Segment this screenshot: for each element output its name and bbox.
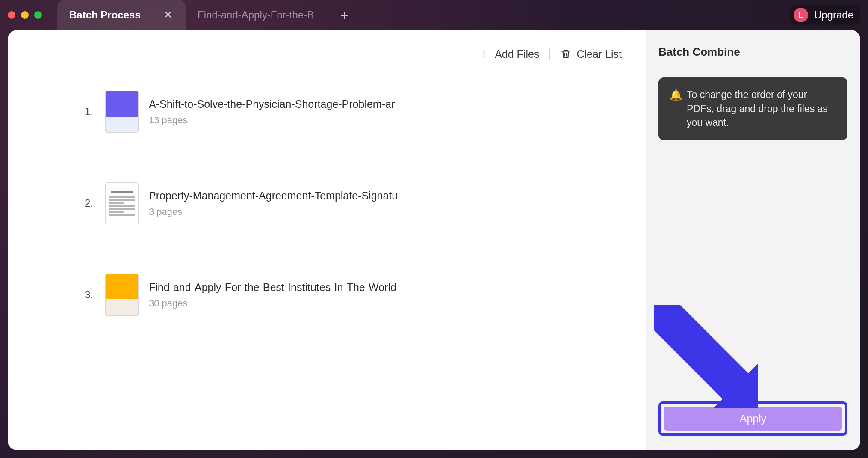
tip-text: To change the order of your PDFs, drag a…	[687, 88, 836, 130]
file-thumbnail	[105, 182, 139, 224]
add-files-label: Add Files	[495, 48, 539, 60]
tab-label: Batch Process	[69, 9, 156, 21]
tab-find-and-apply[interactable]: Find-and-Apply-For-the-B	[186, 0, 326, 30]
apply-highlight: Apply	[658, 401, 847, 436]
file-index: 3.	[74, 289, 93, 301]
file-name: A-Shift-to-Solve-the-Physician-Shortage-…	[149, 98, 395, 110]
tip-box: 🔔 To change the order of your PDFs, drag…	[658, 77, 847, 140]
file-pages: 30 pages	[149, 298, 396, 309]
file-pages: 3 pages	[149, 206, 398, 217]
file-info: A-Shift-to-Solve-the-Physician-Shortage-…	[149, 98, 395, 126]
clear-list-button[interactable]: Clear List	[560, 48, 622, 60]
upgrade-label: Upgrade	[814, 9, 853, 21]
file-info: Find-and-Apply-For-the-Best-Institutes-I…	[149, 281, 396, 309]
sidebar-title: Batch Combine	[658, 45, 847, 59]
upgrade-button[interactable]: L Upgrade	[790, 5, 860, 25]
trash-icon	[560, 48, 571, 59]
minimize-window-button[interactable]	[21, 11, 29, 19]
apply-button[interactable]: Apply	[664, 407, 842, 431]
bell-icon: 🔔	[670, 88, 682, 130]
file-info: Property-Management-Agreement-Template-S…	[149, 190, 398, 217]
file-row[interactable]: 3. Find-and-Apply-For-the-Best-Institute…	[74, 274, 625, 316]
file-list-pane: Add Files Clear List 1. A-Shift-to-Solve…	[8, 30, 646, 450]
file-row[interactable]: 2. Property-Management-Agreement-Templat…	[74, 182, 625, 224]
tab-label: Find-and-Apply-For-the-B	[198, 9, 314, 21]
file-pages: 13 pages	[149, 115, 395, 126]
new-tab-button[interactable]: ＋	[334, 4, 355, 26]
file-name: Find-and-Apply-For-the-Best-Institutes-I…	[149, 281, 396, 294]
file-thumbnail	[105, 274, 139, 316]
plus-icon	[478, 48, 490, 59]
titlebar: Batch Process ✕ Find-and-Apply-For-the-B…	[0, 0, 868, 30]
avatar: L	[794, 8, 808, 22]
file-index: 1.	[74, 106, 93, 118]
tab-strip: Batch Process ✕ Find-and-Apply-For-the-B…	[57, 0, 355, 30]
sidebar-panel: Batch Combine 🔔 To change the order of y…	[646, 30, 860, 450]
file-list: 1. A-Shift-to-Solve-the-Physician-Shorta…	[8, 63, 646, 316]
close-icon[interactable]: ✕	[162, 9, 174, 21]
file-row[interactable]: 1. A-Shift-to-Solve-the-Physician-Shorta…	[74, 91, 625, 133]
traffic-lights	[8, 11, 42, 19]
maximize-window-button[interactable]	[34, 11, 42, 19]
close-window-button[interactable]	[8, 11, 15, 19]
tab-batch-process[interactable]: Batch Process ✕	[57, 0, 186, 30]
file-thumbnail	[105, 91, 139, 133]
plus-icon: ＋	[338, 6, 351, 24]
clear-list-label: Clear List	[576, 48, 622, 60]
toolbar-separator	[549, 48, 550, 60]
file-index: 2.	[74, 197, 93, 209]
add-files-button[interactable]: Add Files	[478, 48, 539, 60]
main-window: Add Files Clear List 1. A-Shift-to-Solve…	[8, 30, 860, 450]
file-toolbar: Add Files Clear List	[8, 45, 646, 63]
file-name: Property-Management-Agreement-Template-S…	[149, 190, 398, 202]
